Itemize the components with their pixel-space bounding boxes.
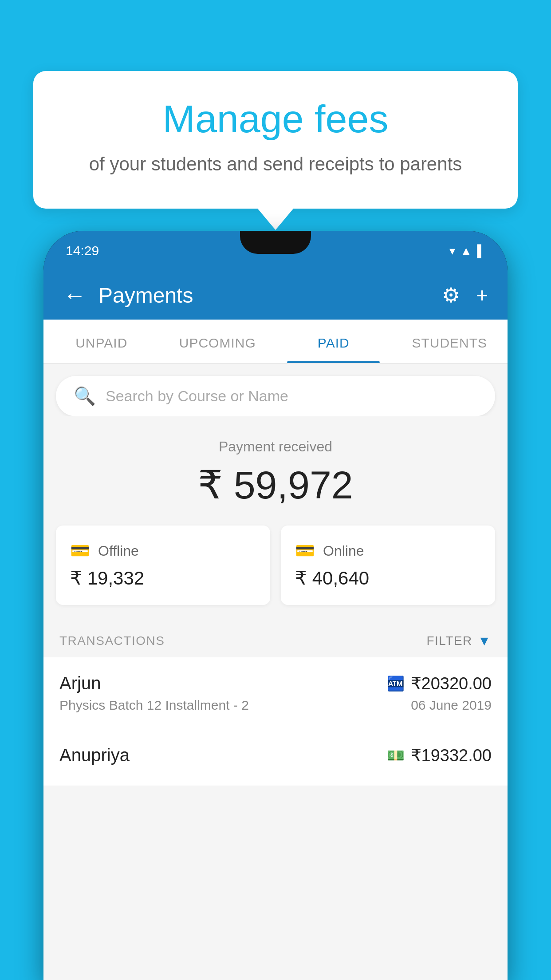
online-amount: ₹ 40,640	[295, 567, 481, 589]
filter-icon: ▼	[478, 633, 492, 648]
offline-amount: ₹ 19,332	[70, 567, 256, 589]
online-icon: 💳	[295, 541, 315, 560]
search-bar[interactable]: 🔍 Search by Course or Name	[56, 376, 495, 416]
filter-label: FILTER	[426, 634, 472, 648]
phone-screen: UNPAID UPCOMING PAID STUDENTS 🔍 Search b…	[43, 320, 508, 980]
table-row[interactable]: Anupriya 💵 ₹19332.00	[43, 729, 508, 786]
payment-received-label: Payment received	[43, 439, 508, 455]
bubble-subtitle: of your students and send receipts to pa…	[69, 151, 482, 178]
transaction-name: Anupriya	[59, 745, 130, 765]
search-input[interactable]: Search by Course or Name	[106, 387, 288, 405]
status-icons: ▾ ▲ ▌	[449, 244, 485, 258]
transaction-amount: ₹20320.00	[411, 674, 492, 693]
transaction-amount-wrap: 💵 ₹19332.00	[387, 746, 492, 765]
app-header: ← Payments ⚙ +	[43, 271, 508, 320]
wifi-icon: ▾	[449, 244, 455, 258]
filter-button[interactable]: FILTER ▼	[426, 633, 492, 648]
speech-bubble: Manage fees of your students and send re…	[33, 71, 518, 209]
search-icon: 🔍	[74, 386, 96, 407]
transaction-amount: ₹19332.00	[411, 746, 492, 765]
online-card: 💳 Online ₹ 40,640	[281, 526, 495, 605]
tab-unpaid[interactable]: UNPAID	[43, 320, 160, 363]
tabs-bar: UNPAID UPCOMING PAID STUDENTS	[43, 320, 508, 364]
add-icon[interactable]: +	[476, 283, 488, 307]
phone-frame: 14:29 ▾ ▲ ▌ ← Payments ⚙ + UNPAID UPCOMI…	[43, 231, 508, 980]
offline-card: 💳 Offline ₹ 19,332	[56, 526, 270, 605]
transactions-label: TRANSACTIONS	[59, 634, 165, 648]
status-time: 14:29	[66, 243, 99, 258]
transaction-name: Arjun	[59, 673, 101, 693]
transactions-header: TRANSACTIONS FILTER ▼	[43, 621, 508, 657]
payment-received-section: Payment received ₹ 59,972	[43, 416, 508, 526]
card-icon: 🏧	[387, 675, 405, 692]
signal-icon: ▲	[460, 244, 472, 258]
payment-received-amount: ₹ 59,972	[43, 462, 508, 508]
battery-icon: ▌	[477, 244, 485, 258]
bubble-title: Manage fees	[69, 98, 482, 141]
tab-paid[interactable]: PAID	[276, 320, 392, 363]
cash-icon: 💵	[387, 747, 405, 764]
header-icons: ⚙ +	[442, 283, 488, 307]
transaction-amount-wrap: 🏧 ₹20320.00	[387, 674, 492, 693]
tab-students[interactable]: STUDENTS	[392, 320, 508, 363]
back-button[interactable]: ←	[63, 284, 86, 307]
settings-icon[interactable]: ⚙	[442, 283, 460, 307]
transaction-date: 06 June 2019	[411, 698, 492, 713]
online-label: Online	[323, 543, 364, 559]
page-title: Payments	[98, 283, 429, 308]
status-bar: 14:29 ▾ ▲ ▌	[43, 231, 508, 271]
offline-label: Offline	[98, 543, 139, 559]
table-row[interactable]: Arjun 🏧 ₹20320.00 Physics Batch 12 Insta…	[43, 657, 508, 729]
tab-upcoming[interactable]: UPCOMING	[160, 320, 276, 363]
transaction-description: Physics Batch 12 Installment - 2	[59, 698, 249, 713]
offline-icon: 💳	[70, 541, 90, 560]
payment-cards: 💳 Offline ₹ 19,332 💳 Online ₹ 40,640	[43, 526, 508, 605]
